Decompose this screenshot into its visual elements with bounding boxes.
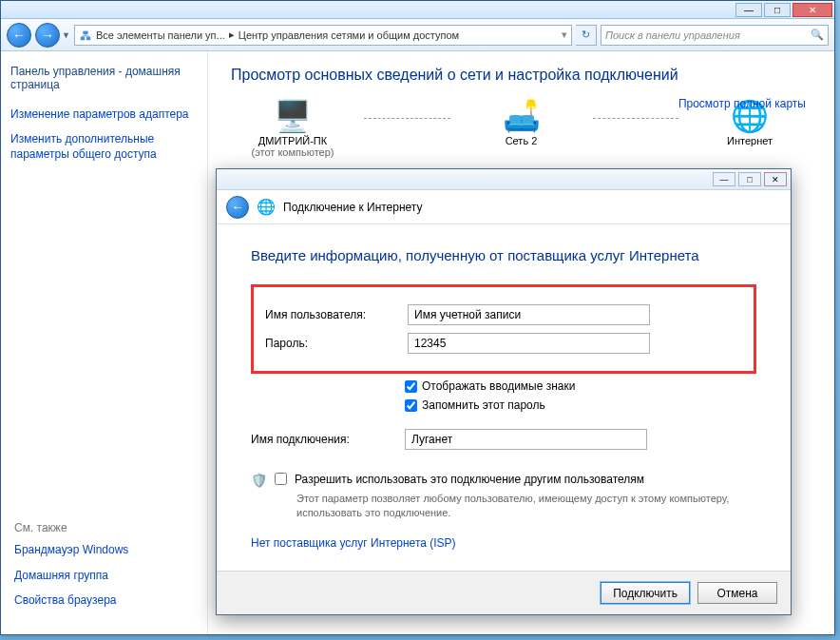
credentials-highlight: Имя пользователя: Пароль: (251, 284, 756, 374)
network-line (593, 118, 679, 119)
minimize-button[interactable]: — (735, 3, 762, 17)
remember-label: Запомнить этот пароль (422, 398, 545, 412)
node-label: ДМИТРИЙ-ПК (231, 135, 354, 146)
dialog-chrome: — □ ✕ (217, 169, 791, 190)
password-label: Пароль: (265, 337, 408, 350)
node-label: Сеть 2 (460, 135, 583, 146)
network-icon (79, 29, 92, 42)
navbar: ← → ▼ Все элементы панели уп... ▸ Центр … (1, 19, 834, 51)
control-panel-home-link[interactable]: Панель управления - домашняя страница (10, 65, 198, 91)
network-node-pc: 🖥️ ДМИТРИЙ-ПК (этот компьютер) (231, 97, 354, 158)
allow-others-checkbox[interactable] (275, 473, 287, 485)
dialog-back-button[interactable]: ← (226, 196, 249, 219)
close-button[interactable]: ✕ (792, 3, 832, 17)
view-full-map-link[interactable]: Просмотр полной карты (678, 97, 806, 110)
svg-rect-2 (83, 30, 87, 34)
form-row-conn-name: Имя подключения: (251, 429, 756, 450)
nav-back-button[interactable]: ← (7, 23, 31, 48)
breadcrumb-dropdown-icon[interactable]: ▾ (562, 29, 567, 41)
address-bar[interactable]: Все элементы панели уп... ▸ Центр управл… (74, 25, 572, 46)
refresh-button[interactable]: ↻ (576, 25, 597, 46)
sidebar-link-sharing-settings[interactable]: Изменить дополнительные параметры общего… (10, 131, 198, 162)
conn-name-label: Имя подключения: (251, 433, 405, 446)
search-icon: 🔍 (811, 29, 824, 41)
maximize-button[interactable]: □ (764, 3, 791, 17)
remember-checkbox[interactable] (405, 399, 417, 412)
remember-row: Запомнить этот пароль (405, 398, 756, 412)
svg-rect-1 (86, 36, 90, 40)
globe-icon: 🌐 (257, 198, 276, 216)
show-chars-checkbox[interactable] (405, 380, 417, 393)
allow-others-row: 🛡️ Разрешить использовать это подключени… (251, 473, 756, 488)
dialog-close-button[interactable]: ✕ (764, 172, 787, 186)
nav-history-dropdown[interactable]: ▼ (62, 30, 70, 40)
allow-others-desc: Этот параметр позволяет любому пользоват… (296, 492, 756, 521)
show-chars-label: Отображать вводимые знаки (422, 379, 575, 393)
dialog-title: Подключение к Интернету (283, 201, 423, 214)
dialog-header: ← 🌐 Подключение к Интернету (217, 190, 791, 224)
dialog-heading: Введите информацию, полученную от постав… (251, 247, 756, 263)
show-chars-row: Отображать вводимые знаки (405, 379, 756, 393)
dialog-maximize-button[interactable]: □ (738, 172, 761, 186)
form-row-password: Пароль: (265, 333, 742, 354)
bench-icon: 🛋️ (460, 97, 583, 135)
search-input[interactable]: Поиск в панели управления 🔍 (601, 25, 829, 46)
node-sublabel: (этот компьютер) (231, 146, 354, 158)
breadcrumb-seg[interactable]: Все элементы панели уп... (96, 29, 225, 41)
window-chrome: — □ ✕ (1, 1, 834, 19)
sidebar: Панель управления - домашняя страница Из… (1, 51, 208, 634)
page-title: Просмотр основных сведений о сети и наст… (231, 67, 811, 84)
see-also-browser-props[interactable]: Свойства браузера (14, 592, 195, 608)
allow-others-label: Разрешить использовать это подключение д… (295, 473, 644, 486)
connect-to-internet-dialog: — □ ✕ ← 🌐 Подключение к Интернету Введит… (216, 168, 792, 615)
breadcrumb-chevron-icon: ▸ (229, 29, 235, 41)
username-input[interactable] (408, 304, 650, 325)
dialog-footer: Подключить Отмена (217, 571, 791, 614)
conn-name-input[interactable] (405, 429, 647, 450)
see-also-homegroup[interactable]: Домашняя группа (14, 568, 195, 583)
computer-icon: 🖥️ (231, 97, 354, 135)
cancel-button[interactable]: Отмена (697, 582, 777, 604)
sidebar-link-adapter-settings[interactable]: Изменение параметров адаптера (10, 107, 198, 122)
see-also-header: См. также (14, 521, 195, 534)
network-node-network: 🛋️ Сеть 2 (460, 97, 583, 146)
network-line (364, 118, 450, 119)
username-label: Имя пользователя: (265, 308, 408, 321)
dialog-minimize-button[interactable]: — (713, 172, 735, 186)
see-also-firewall[interactable]: Брандмауэр Windows (14, 542, 195, 557)
shield-icon: 🛡️ (251, 473, 267, 488)
form-row-username: Имя пользователя: (265, 304, 742, 325)
dialog-body: Введите информацию, полученную от постав… (217, 224, 791, 560)
breadcrumb-seg[interactable]: Центр управления сетями и общим доступом (239, 29, 459, 41)
password-input[interactable] (408, 333, 650, 354)
svg-rect-0 (81, 36, 85, 40)
node-label: Интернет (688, 135, 811, 146)
search-placeholder: Поиск в панели управления (605, 29, 740, 41)
sidebar-see-also: См. также Брандмауэр Windows Домашняя гр… (14, 521, 195, 617)
nav-forward-button[interactable]: → (35, 23, 60, 48)
connect-button[interactable]: Подключить (601, 582, 690, 604)
no-isp-link[interactable]: Нет поставщика услуг Интернета (ISP) (251, 536, 456, 550)
